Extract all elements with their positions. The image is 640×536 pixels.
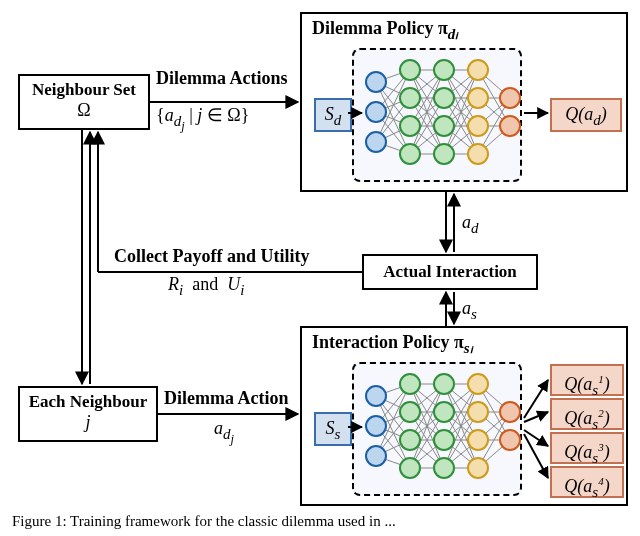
ru-label: Ri and Ui: [168, 274, 244, 299]
dilemma-action-bot-label: Dilemma Action: [164, 388, 288, 409]
dilemma-actions-set: {adj | j ∈ Ω}: [156, 104, 249, 134]
as-label: as: [462, 298, 477, 323]
collect-label: Collect Payoff and Utility: [114, 246, 309, 267]
figure-caption: Figure 1: Training framework for the cla…: [12, 513, 396, 530]
connector-svg: [0, 0, 640, 536]
dilemma-actions-label: Dilemma Actions: [156, 68, 287, 89]
adj-label: adj: [214, 418, 234, 447]
ad-label: ad: [462, 212, 479, 237]
